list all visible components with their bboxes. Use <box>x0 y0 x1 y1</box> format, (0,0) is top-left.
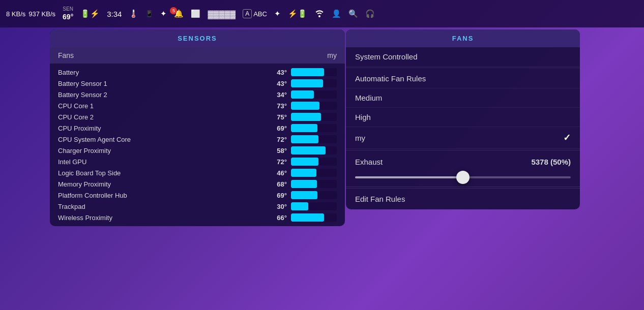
keyboard-input[interactable]: A ABC <box>243 9 267 18</box>
divider <box>346 68 580 68</box>
wifi-icon[interactable] <box>314 9 325 19</box>
exhaust-value: 5378 (50%) <box>531 158 571 166</box>
sensor-temp: 46° <box>268 169 287 177</box>
sensor-bar-container <box>291 191 337 199</box>
sensor-temp: 72° <box>268 136 287 143</box>
device-icon: 📱 <box>145 10 153 17</box>
sensor-bar-container <box>291 124 337 132</box>
slider-track[interactable] <box>355 176 571 178</box>
sensor-name: Trackpad <box>58 203 264 210</box>
sensor-name: CPU System Agent Core <box>58 136 264 143</box>
sensor-temp: 66° <box>268 214 287 222</box>
sensor-temp: 69° <box>268 192 287 199</box>
sensor-item: Trackpad 30° <box>50 201 345 212</box>
sensor-name: Battery <box>58 69 264 76</box>
sensor-item: Memory Proximity 68° <box>50 178 345 190</box>
fans-panel-content: System Controlled Automatic Fan Rules Me… <box>346 47 580 209</box>
sensor-bar <box>291 113 321 121</box>
sensor-item: Battery 43° <box>50 67 345 78</box>
sensor-name: Wireless Proximity <box>58 214 264 222</box>
sensor-list: Battery 43° Battery Sensor 1 43° Battery… <box>50 64 345 226</box>
my-option[interactable]: my ✓ <box>346 127 580 149</box>
sensor-item: Wireless Proximity 66° <box>50 212 345 223</box>
sensor-bar-container <box>291 213 337 222</box>
sensor-bar-container <box>291 79 337 87</box>
fans-value: my <box>327 51 337 59</box>
battery2-icon: ▓▓▓▓▓ <box>208 10 236 18</box>
automatic-fan-rules-option[interactable]: Automatic Fan Rules <box>346 69 580 88</box>
sensor-temp: 58° <box>268 147 287 154</box>
sensor-bar-container <box>291 169 337 177</box>
notification-wrapper[interactable]: 🔔 5 <box>174 9 184 18</box>
sensor-temp: 43° <box>268 69 287 76</box>
sensor-name: CPU Proximity <box>58 125 264 132</box>
sensor-bar <box>291 102 319 110</box>
sensor-name: Platform Controller Hub <box>58 192 264 199</box>
sensor-bar <box>291 124 317 132</box>
sensor-item: CPU Proximity 69° <box>50 122 345 134</box>
sensor-name: Charger Proximity <box>58 147 264 154</box>
fans-panel: FANS System Controlled Automatic Fan Rul… <box>346 29 580 209</box>
sensor-item: Battery Sensor 1 43° <box>50 78 345 89</box>
sensor-bar <box>291 180 317 188</box>
slider-thumb[interactable] <box>456 171 470 184</box>
high-option[interactable]: High <box>346 108 580 127</box>
sensor-bar-container <box>291 202 337 210</box>
bluetooth-icon[interactable]: ✦ <box>274 9 281 18</box>
divider3 <box>346 187 580 187</box>
sensor-temp: 43° <box>268 80 287 87</box>
cast-icon[interactable]: ⬜ <box>191 9 200 18</box>
sensor-item: Battery Sensor 2 34° <box>50 89 345 100</box>
sensor-bar <box>291 213 324 222</box>
checkmark-icon: ✓ <box>563 132 571 143</box>
clock: 3:34 <box>107 10 122 18</box>
fans-label: Fans <box>58 51 74 59</box>
sensor-bar <box>291 191 317 199</box>
sensor-bar-container <box>291 180 337 188</box>
sensor-name: CPU Core 1 <box>58 102 264 110</box>
sensor-name: Intel GPU <box>58 158 264 166</box>
sensor-bar-container <box>291 113 337 121</box>
slider-container <box>346 169 580 185</box>
system-controlled-option[interactable]: System Controlled <box>346 47 580 67</box>
sensor-bar-container <box>291 158 337 166</box>
sensor-item: Charger Proximity 58° <box>50 145 345 156</box>
sensor-temp: 34° <box>268 91 287 99</box>
temp-icon: 🌡️ <box>129 9 138 18</box>
sensors-title: SENSORS <box>50 29 345 47</box>
sensor-temp: 69° <box>268 125 287 132</box>
sensor-bar <box>291 90 314 99</box>
sensor-bar <box>291 158 318 166</box>
sensors-panel: SENSORS Fans my Battery 43° Battery Sens… <box>50 29 345 226</box>
sensor-bar-container <box>291 146 337 154</box>
sensor-item: Logic Board Top Side 46° <box>50 167 345 178</box>
sensor-bar-container <box>291 90 337 99</box>
sensor-name: Battery Sensor 1 <box>58 80 264 87</box>
sensor-bar <box>291 146 326 154</box>
dropbox-icon[interactable]: ✦ <box>160 9 167 18</box>
battery3-icon: ⚡🔋 <box>288 9 307 18</box>
sensor-item: CPU Core 1 73° <box>50 100 345 111</box>
sensor-temp: 30° <box>268 203 287 210</box>
sensor-bar-container <box>291 68 337 76</box>
sensor-bar <box>291 68 324 76</box>
fans-row: Fans my <box>50 47 345 64</box>
medium-option[interactable]: Medium <box>346 88 580 108</box>
sensor-bar-container <box>291 135 337 143</box>
fans-panel-title: FANS <box>346 29 580 47</box>
settings-icon[interactable]: 🎧 <box>365 9 375 18</box>
sensor-temp: 68° <box>268 180 287 188</box>
search-icon[interactable]: 🔍 <box>348 9 358 18</box>
battery-charging-icon: 🔋⚡ <box>80 9 100 18</box>
sensor-bar <box>291 135 318 143</box>
sensor-temp: 73° <box>268 102 287 110</box>
edit-fan-rules-button[interactable]: Edit Fan Rules <box>346 188 580 209</box>
sensor-temp: 75° <box>268 113 287 121</box>
sensor-temp: 72° <box>268 158 287 166</box>
sensor-bar <box>291 79 323 87</box>
sensor-bar <box>291 169 316 177</box>
sensor-item: Platform Controller Hub 69° <box>50 190 345 201</box>
sensor-name: Battery Sensor 2 <box>58 91 264 99</box>
account-icon[interactable]: 👤 <box>332 9 341 18</box>
sensor-name: Memory Proximity <box>58 180 264 188</box>
